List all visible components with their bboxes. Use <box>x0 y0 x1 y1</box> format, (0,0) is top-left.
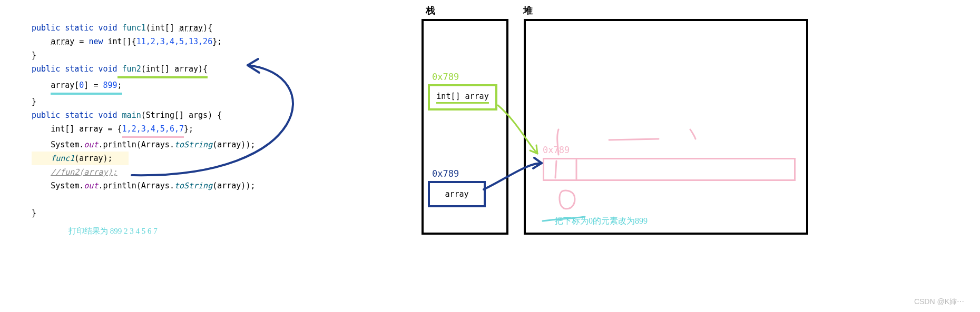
code-line: public static void fun2(int[] array){ <box>32 62 255 78</box>
heap-address-pink: 0x789 <box>543 145 570 155</box>
output-text: 打印结果为 899 2 3 4 5 6 7 <box>68 224 255 238</box>
code-line <box>32 193 255 206</box>
code-line: int[] array = {1,2,3,4,5,6,7}; <box>32 122 255 138</box>
stack-frame-main: array <box>428 181 486 207</box>
heap-label: 堆 <box>523 4 533 17</box>
stack-address-blue: 0x789 <box>432 168 459 179</box>
code-line: //fun2(array); <box>32 165 255 179</box>
watermark: CSDN @K婶⋯ <box>914 297 964 307</box>
code-line: public static void main(String[] args) { <box>32 108 255 122</box>
method-name: func1 <box>117 23 146 33</box>
code-line: System.out.println(Arrays.toString(array… <box>32 138 255 152</box>
code-line: public static void func1(int[] array){ <box>32 21 255 35</box>
stack-label: 栈 <box>426 4 435 17</box>
code-line: } <box>32 48 255 62</box>
frame-label: array <box>445 189 468 199</box>
code-line: array = new int[]{11,2,3,4,5,13,26}; <box>32 35 255 48</box>
keyword: public static void <box>32 23 117 33</box>
heap-array-object: 把下标为0的元素改为899 <box>543 158 796 181</box>
code-line: func1(array); <box>32 152 129 165</box>
heap-box <box>524 19 808 235</box>
heap-annotation: 把下标为0的元素改为899 <box>555 216 648 227</box>
stack-address-green: 0x789 <box>432 72 459 82</box>
frame-label: int[] array <box>436 92 488 104</box>
code-line: } <box>32 206 255 220</box>
code-line: System.out.println(Arrays.toString(array… <box>32 179 255 193</box>
code-line: } <box>32 95 255 108</box>
code-line: array[0] = 899; <box>32 78 255 95</box>
param: array <box>179 23 203 33</box>
code-block: public static void func1(int[] array){ a… <box>32 21 255 238</box>
stack-frame-fun2: int[] array <box>428 84 497 110</box>
